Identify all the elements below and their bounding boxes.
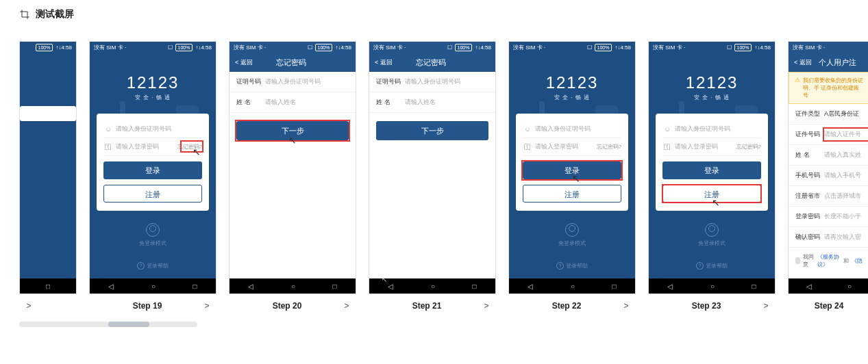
back-button[interactable]: < 返回	[235, 58, 253, 67]
id-field[interactable]: 证明号码请输入身份证明号码	[230, 72, 356, 92]
agree-row[interactable]: 我同意 《服务协议》 和 《隐	[789, 248, 868, 274]
phone-field[interactable]: 手机号码请输入手机号	[789, 166, 868, 186]
nav-recent-icon[interactable]: □	[752, 283, 756, 290]
password-input[interactable]: ⚿请输入登录密码忘记密码?	[523, 138, 621, 156]
nav-home-icon[interactable]: ○	[710, 283, 715, 290]
next-button[interactable]: 下一步 ↖	[236, 121, 349, 140]
screenshot-cell-24[interactable]: 没有 SIM 卡 · < 返回 个人用户注 ⚠ 我们需要收集您的身份证明、手 证…	[788, 41, 868, 311]
pw-field[interactable]: 登录密码长度不能小于	[789, 207, 868, 227]
prov-field[interactable]: 注册省市点击选择城市	[789, 186, 868, 207]
nav-back-icon[interactable]: ◁	[248, 283, 253, 290]
screenshot-row[interactable]: 100% ↑↓4:58 □ > 没有 SIM 卡 · ☐100%↑↓4:58 1…	[0, 41, 868, 311]
phone-frame: 没有 SIM 卡 · < 返回 个人用户注 ⚠ 我们需要收集您的身份证明、手 证…	[788, 41, 868, 294]
chevron-right-icon[interactable]: >	[621, 301, 632, 311]
step-label-row: Step 23 >	[648, 301, 776, 311]
id-label: 证明号码	[376, 77, 405, 86]
nav-home-icon[interactable]: ○	[151, 283, 156, 290]
id-input[interactable]: ☺ 请输入身份证明号码	[103, 120, 202, 138]
screenshot-cell-partial: 100% ↑↓4:58 □ >	[19, 41, 77, 311]
face-login-label[interactable]: 免登录模式	[649, 239, 775, 247]
chevron-right-icon[interactable]: >	[481, 301, 492, 311]
nav-recent-icon[interactable]: □	[333, 283, 337, 290]
nav-home-icon[interactable]: ○	[431, 283, 435, 290]
help-link[interactable]: 登录帮助	[649, 262, 775, 270]
chevron-right-icon[interactable]: >	[341, 301, 352, 311]
horizontal-scrollbar[interactable]	[19, 322, 197, 327]
step-label-row: Step 19 >	[89, 301, 216, 311]
face-login-icon[interactable]	[146, 223, 160, 237]
user-icon: ☺	[103, 125, 113, 133]
nav-home-icon[interactable]: ○	[847, 283, 852, 290]
nav-back-icon[interactable]: ◁	[108, 283, 114, 290]
cpw-field[interactable]: 确认密码请再次输入密	[789, 227, 868, 248]
pw-label: 登录密码	[795, 212, 824, 221]
android-nav: ◁ ○ □ ↖	[369, 278, 495, 294]
key-icon: ⚿	[103, 143, 113, 151]
password-input[interactable]: ⚿ 请输入登录密码 忘记密码? ↖	[103, 138, 202, 156]
face-login-label[interactable]: 免登录模式	[509, 239, 635, 247]
num-label: 证件号码	[795, 130, 824, 139]
nav-square-icon[interactable]: □	[46, 283, 50, 290]
pw-placeholder: 请输入登录密码	[532, 142, 597, 151]
below-card: 免登录模式 登录帮助	[509, 223, 635, 270]
chevron-right-icon[interactable]: >	[23, 301, 34, 311]
car-decoration	[732, 101, 762, 115]
screenshot-cell-19[interactable]: 没有 SIM 卡 · ☐100%↑↓4:58 12123 安 全 · 畅 通 ☺…	[89, 41, 216, 311]
id-field[interactable]: 证明号码请输入身份证明号码	[369, 72, 495, 92]
login-button[interactable]: 登录	[662, 161, 761, 179]
nav-recent-icon[interactable]: □	[473, 283, 477, 290]
chevron-right-icon[interactable]: >	[201, 301, 212, 311]
register-button[interactable]: 注册 ↖	[662, 185, 761, 203]
face-login-label[interactable]: 免登录模式	[90, 239, 216, 247]
nav-back-icon[interactable]: ◁	[667, 283, 673, 290]
cursor-icon: ↖	[712, 194, 720, 211]
back-button[interactable]: < 返回	[794, 58, 812, 67]
nav-back-icon[interactable]: ◁	[806, 283, 812, 290]
page-title: 个人用户注	[812, 57, 864, 68]
name-field[interactable]: 姓 名请输入真实姓	[789, 145, 868, 166]
agree-link2[interactable]: 《隐	[852, 257, 863, 265]
car-decoration	[173, 101, 203, 115]
battery-pill: 100%	[315, 44, 333, 51]
next-button[interactable]: 下一步	[376, 121, 488, 140]
register-button[interactable]: 注册	[103, 185, 202, 203]
nav-back-icon[interactable]: ◁	[528, 283, 533, 290]
time-label: ↑↓4:58	[754, 44, 771, 51]
id-input[interactable]: ☺请输入身份证明号码	[662, 120, 761, 138]
sim-label: 没有 SIM 卡 ·	[94, 44, 126, 51]
forgot-link[interactable]: 忘记密码?	[597, 143, 621, 151]
nav-home-icon[interactable]: ○	[291, 283, 295, 290]
num-field[interactable]: 证件号码请输入证件号	[789, 125, 868, 145]
screenshot-cell-22[interactable]: 没有 SIM 卡 · ☐100%↑↓4:58 12123 安 全 · 畅 通 ☺…	[508, 41, 636, 311]
phone-frame: 没有 SIM 卡 · ☐100%↑↓4:58 < 返回 忘记密码 证明号码请输入…	[229, 41, 356, 294]
id-input[interactable]: ☺请输入身份证明号码	[523, 120, 621, 138]
agree-link1[interactable]: 《服务协议》	[817, 253, 841, 268]
agree-checkbox[interactable]	[795, 257, 800, 264]
cursor-icon: ↖	[382, 276, 387, 283]
forgot-link[interactable]: 忘记密码?	[736, 143, 761, 151]
id-value: 请输入身份证明号码	[265, 77, 349, 86]
nav-recent-icon[interactable]: □	[612, 283, 617, 290]
scrollbar-thumb[interactable]	[108, 322, 149, 327]
name-field[interactable]: 姓 名请输入姓名	[230, 92, 356, 113]
screenshot-cell-23[interactable]: 没有 SIM 卡 · ☐100%↑↓4:58 12123 安 全 · 畅 通 ☺…	[648, 41, 776, 311]
help-link[interactable]: 登录帮助	[90, 262, 216, 270]
type-field[interactable]: 证件类型A居民身份证	[789, 104, 868, 125]
screenshot-cell-20[interactable]: 没有 SIM 卡 · ☐100%↑↓4:58 < 返回 忘记密码 证明号码请输入…	[229, 41, 356, 311]
android-nav: ◁ ○	[789, 278, 868, 294]
nav-home-icon[interactable]: ○	[571, 283, 575, 290]
face-login-icon[interactable]	[565, 223, 579, 237]
login-button[interactable]: 登录	[103, 161, 202, 179]
name-field[interactable]: 姓 名请输入姓名	[369, 92, 495, 113]
chevron-right-icon[interactable]: >	[760, 301, 771, 311]
screenshot-cell-21[interactable]: 没有 SIM 卡 · ☐100%↑↓4:58 < 返回 忘记密码 证明号码请输入…	[369, 41, 496, 311]
back-button[interactable]: < 返回	[375, 58, 393, 67]
face-login-icon[interactable]	[705, 223, 719, 237]
help-link[interactable]: 登录帮助	[509, 262, 635, 270]
password-input[interactable]: ⚿请输入登录密码忘记密码?	[662, 138, 761, 156]
login-button[interactable]: 登录 ↖	[523, 161, 621, 179]
step-label: Step 20	[233, 301, 341, 311]
step-label: Step 21	[373, 301, 481, 311]
nav-back-icon[interactable]: ◁	[388, 283, 393, 290]
nav-recent-icon[interactable]: □	[193, 283, 197, 290]
